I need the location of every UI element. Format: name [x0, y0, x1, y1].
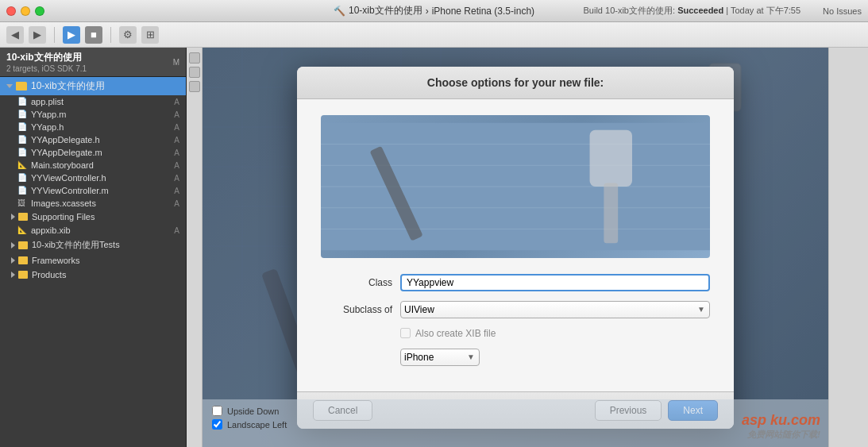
sidebar-header: 10-xib文件的使用 2 targets, iOS SDK 7.1 M: [0, 48, 186, 77]
main-folder-label: 10-xib文件的使用: [31, 79, 105, 93]
app-icon: 🔨: [334, 6, 345, 17]
toolbar-run-button[interactable]: ▶: [63, 26, 80, 44]
toolbar-back-button[interactable]: ◀: [6, 26, 24, 44]
window-controls[interactable]: [6, 6, 44, 16]
device-select[interactable]: iPhone iPad Universal: [400, 349, 480, 366]
file-icon: 📄: [17, 148, 27, 157]
folder-icon: [16, 82, 27, 91]
modal-body: Class Subclass of UIView UIViewControlle…: [297, 99, 734, 391]
upside-down-label: Upside Down: [227, 407, 279, 416]
modal-background-image: [321, 115, 710, 258]
modal-overlay: Choose options for your new file:: [203, 48, 828, 447]
subfolder-icon: [18, 241, 28, 249]
file-badge: A: [174, 98, 179, 106]
file-badge: A: [174, 199, 179, 208]
subclass-select-wrap: UIView UIViewController UITableView UITa…: [400, 301, 710, 318]
products-folder-label: Products: [32, 270, 66, 279]
file-badge: A: [174, 187, 179, 195]
sidebar-item-yyapph[interactable]: 📄 YYapp.h A: [0, 121, 186, 133]
file-icon: 📄: [17, 186, 27, 195]
sidebar-tests-folder[interactable]: 10-xib文件的使用Tests: [0, 237, 186, 253]
toolbar-separator-2: [110, 27, 111, 43]
title-separator: ›: [426, 6, 429, 17]
close-button[interactable]: [6, 6, 16, 16]
mini-button-2[interactable]: [189, 67, 200, 78]
file-label: Images.xcassets: [31, 198, 174, 208]
xib-checkbox-row: Also create XIB file: [400, 328, 710, 339]
project-name: 10-xib文件的使用: [349, 4, 422, 17]
file-badge: A: [174, 174, 179, 183]
sidebar-item-appxibxib[interactable]: 📐 appxib.xib A: [0, 224, 186, 237]
xib-icon: 📐: [17, 225, 27, 235]
sidebar-products-folder[interactable]: Products: [0, 268, 186, 282]
landscape-left-checkbox[interactable]: [212, 419, 222, 430]
sidebar-item-yyappdelegateh[interactable]: 📄 YYAppDelegate.h A: [0, 133, 186, 146]
modal-header: Choose options for your new file:: [297, 67, 734, 99]
upside-down-checkbox[interactable]: [212, 406, 222, 416]
class-form-row: Class: [321, 274, 710, 291]
file-label: app.plist: [31, 97, 174, 106]
right-sidebar: [828, 48, 868, 447]
toolbar: ◀ ▶ ▶ ■ ⚙ ⊞: [0, 22, 868, 48]
file-label: YYViewController.h: [31, 173, 174, 183]
sidebar-item-yyviewcontrollerh[interactable]: 📄 YYViewController.h A: [0, 171, 186, 184]
sidebar-supporting-files[interactable]: Supporting Files: [0, 210, 186, 224]
file-label: Main.storyboard: [31, 160, 174, 170]
build-label: Build 10-xib文件的使用: Succeeded | Today at …: [584, 5, 801, 17]
project-badge: M: [173, 58, 179, 67]
xib-checkbox[interactable]: [400, 328, 411, 338]
subfolder-icon: [18, 271, 28, 279]
toolbar-grid-button[interactable]: ⊞: [141, 26, 159, 44]
mini-button-3[interactable]: [189, 81, 200, 92]
watermark: asp ku.com 免费网站随你下载!: [742, 412, 820, 441]
file-label: YYAppDelegate.h: [31, 135, 174, 145]
file-icon: 📄: [17, 135, 27, 145]
subclass-form-row: Subclass of UIView UIViewController UITa…: [321, 301, 710, 318]
landscape-left-label: Landscape Left: [227, 420, 287, 430]
issues-label: No Issues: [823, 6, 862, 16]
toolbar-scheme-button[interactable]: ⚙: [119, 26, 137, 44]
subclass-select[interactable]: UIView UIViewController UITableView UITa…: [400, 301, 710, 318]
device-select-wrap: iPhone iPad Universal ▼: [400, 349, 480, 366]
file-icon: 📄: [17, 97, 27, 106]
sidebar-item-imagesxcassets[interactable]: 🖼 Images.xcassets A: [0, 197, 186, 210]
sidebar-item-mainstoryboard[interactable]: 📐 Main.storyboard A: [0, 159, 186, 171]
storyboard-icon: 📐: [17, 160, 27, 170]
svg-rect-22: [604, 183, 618, 243]
file-badge: A: [174, 148, 179, 157]
sidebar-main-folder[interactable]: 10-xib文件的使用: [0, 77, 186, 95]
file-icon: 📄: [17, 110, 27, 119]
sidebar-item-yyappdelegatem[interactable]: 📄 YYAppDelegate.m A: [0, 146, 186, 159]
file-label: YYAppDelegate.m: [31, 148, 174, 157]
maximize-button[interactable]: [35, 6, 44, 16]
assets-icon: 🖼: [17, 198, 27, 208]
sidebar: 10-xib文件的使用 2 targets, iOS SDK 7.1 M 10-…: [0, 48, 187, 447]
toolbar-nav-button[interactable]: ▶: [29, 26, 46, 44]
minimize-button[interactable]: [21, 6, 30, 16]
file-icon: 📄: [17, 173, 27, 183]
project-subtitle: 2 targets, iOS SDK 7.1: [6, 64, 87, 73]
subfolder-icon: [18, 256, 28, 264]
mini-button-1[interactable]: [189, 52, 200, 64]
folder-collapse-icon: [11, 272, 15, 278]
landscape-left-row: Landscape Left: [212, 419, 819, 430]
sidebar-item-yyappm[interactable]: 📄 YYapp.m A: [0, 108, 186, 121]
main-layout: 10-xib文件的使用 2 targets, iOS SDK 7.1 M 10-…: [0, 48, 868, 447]
sidebar-item-yyviewcontrollerm[interactable]: 📄 YYViewController.m A: [0, 184, 186, 197]
tests-folder-label: 10-xib文件的使用Tests: [32, 239, 120, 251]
folder-collapse-icon: [11, 214, 15, 220]
device-name: iPhone Retina (3.5-inch): [432, 6, 534, 17]
sidebar-frameworks-folder[interactable]: Frameworks: [0, 253, 186, 268]
class-input[interactable]: [400, 274, 710, 291]
class-label: Class: [321, 277, 392, 288]
svg-rect-21: [590, 129, 632, 186]
sidebar-item-appplist[interactable]: 📄 app.plist A: [0, 95, 186, 108]
subclass-label: Subclass of: [321, 304, 392, 315]
supporting-files-label: Supporting Files: [32, 212, 95, 222]
file-badge: A: [174, 110, 179, 119]
toolbar-stop-button[interactable]: ■: [85, 26, 102, 44]
bottom-area: Upside Down Landscape Left: [203, 399, 828, 447]
upside-down-row: Upside Down: [212, 406, 819, 416]
file-label: YYapp.m: [31, 110, 174, 119]
file-label: YYViewController.m: [31, 186, 174, 195]
